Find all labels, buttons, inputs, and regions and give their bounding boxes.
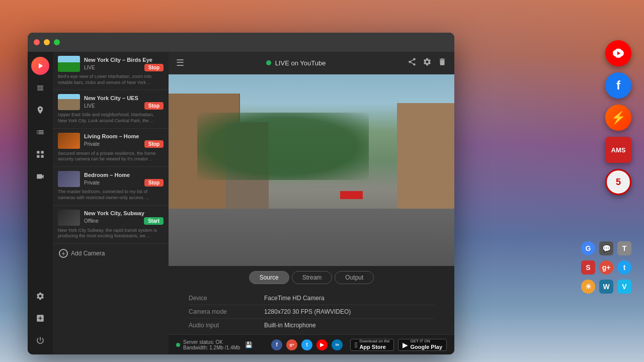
dock-icon-yellow[interactable]: ☀: [581, 280, 595, 294]
dock-icon-t[interactable]: T: [617, 241, 631, 255]
sidebar-icon-video[interactable]: [31, 167, 49, 186]
menu-icon[interactable]: ☰: [176, 57, 184, 68]
bandwidth-text: Bandwidth: 1.2Mb /1.4Mb: [183, 345, 240, 350]
camera-thumbnail: [58, 56, 80, 72]
camera-item-living-room[interactable]: Living Room – Home Private Stop Secured …: [53, 129, 169, 167]
dock-icon-red[interactable]: S: [581, 260, 595, 275]
dock-icon-v[interactable]: V: [617, 280, 631, 294]
sidebar-icon-grid[interactable]: [31, 145, 49, 163]
camera-stop-button[interactable]: Stop: [144, 179, 164, 187]
camera-thumbnail: [58, 133, 80, 149]
camera-start-button[interactable]: Start: [144, 217, 164, 225]
camera-status: Private: [84, 141, 100, 147]
camera-thumbnail: [58, 210, 80, 226]
sidebar-icon-home[interactable]: [31, 57, 49, 75]
camera-name: Living Room – Home: [84, 133, 164, 139]
camera-stop-button[interactable]: Stop: [144, 102, 164, 110]
sidebar-icon-settings[interactable]: [31, 287, 49, 305]
source-details: Device FaceTime HD Camera Camera mode 12…: [169, 287, 454, 334]
social-youtube-icon[interactable]: ▶: [316, 339, 328, 350]
app-window: New York City – Birds Eye LIVE Stop Bird…: [28, 33, 454, 354]
dock-icons: f ⚡ AMS 5: [605, 40, 631, 195]
facebook-dock-icon[interactable]: f: [605, 72, 631, 99]
maximize-button[interactable]: [54, 39, 60, 45]
google-play-icon: ▶: [403, 341, 408, 349]
camera-thumbnail: [58, 171, 80, 187]
dock-icon-gp[interactable]: g+: [599, 260, 613, 275]
detail-value-camera-mode: 644x362 30 FPS (RAWVIDEO): [264, 308, 351, 315]
dock-icon-g[interactable]: G: [581, 241, 595, 255]
camera-item-nyc-birds[interactable]: New York City – Birds Eye LIVE Stop Bird…: [53, 52, 169, 90]
video-preview: [169, 74, 454, 266]
tab-output[interactable]: Output: [335, 271, 374, 284]
sidebar-icon-location[interactable]: [31, 101, 49, 119]
add-camera-circle-icon: +: [59, 249, 68, 258]
disk-icon: 💾: [245, 341, 253, 348]
camera-item-subway[interactable]: New York City, Subway Offline Start New …: [53, 206, 169, 244]
footer: Server status: OK Bandwidth: 1.2Mb /1.4M…: [169, 334, 454, 354]
camera-status: Offline: [84, 218, 99, 224]
camera-item-nyc-ues[interactable]: New York City – UES LIVE Stop Upper East…: [53, 90, 169, 128]
youtube-dock-icon[interactable]: [605, 40, 631, 66]
detail-label-camera-mode: Camera mode: [189, 308, 264, 315]
camera-list-panel: New York City – Birds Eye LIVE Stop Bird…: [53, 52, 169, 354]
detail-value-audio: Built-in Microphone: [264, 322, 316, 329]
detail-label-audio: Audio input: [189, 322, 264, 329]
social-linkedin-icon[interactable]: in: [332, 339, 343, 350]
detail-label-device: Device: [189, 295, 264, 302]
social-twitter-icon[interactable]: t: [301, 339, 312, 350]
sidebar-icon-library[interactable]: [31, 79, 49, 97]
social-facebook-icon[interactable]: f: [271, 339, 282, 350]
title-bar: [28, 33, 454, 52]
camera-stop-button[interactable]: Stop: [144, 64, 164, 71]
google-play-label: Google Play: [410, 344, 442, 350]
sidebar-icon-power[interactable]: [31, 331, 49, 349]
tab-stream[interactable]: Stream: [292, 271, 333, 284]
camera-item-bedroom[interactable]: Bedroom – Home Private Stop The master b…: [53, 167, 169, 205]
dock-icons-bottom: G 💬 T S g+ t ☀ W V: [581, 241, 631, 294]
camera-status: LIVE: [84, 65, 95, 70]
detail-value-device: FaceTime HD Camera: [264, 295, 325, 302]
ams-dock-icon[interactable]: AMS: [605, 137, 631, 163]
add-camera-label: Add Camera: [71, 250, 105, 257]
bottom-panel: Source Stream Output Device FaceTime HD …: [169, 266, 454, 334]
server-status-text: Server status: OK: [183, 339, 240, 345]
server-status: Server status: OK Bandwidth: 1.2Mb /1.4M…: [176, 339, 271, 350]
camera-description: Upper East Side and neighborhood, Manhat…: [58, 112, 164, 124]
google-play-badge[interactable]: ▶ GET IT ON Google Play: [398, 339, 447, 351]
camera-description: New York City Subway, the rapid transit …: [58, 228, 164, 239]
camera-stop-button[interactable]: Stop: [144, 140, 164, 148]
dock-icon-chat[interactable]: 💬: [599, 241, 613, 255]
apple-icon: : [355, 341, 357, 349]
camera-description: Bird's-eye view of Lower Manhattan, zoom…: [58, 74, 164, 85]
social-googleplus-icon[interactable]: g+: [286, 339, 297, 350]
s5-dock-icon[interactable]: 5: [605, 169, 631, 195]
share-icon[interactable]: [408, 57, 417, 69]
settings-icon[interactable]: [423, 57, 432, 69]
sidebar-icons: [28, 52, 53, 354]
video-road: [169, 209, 454, 266]
close-button[interactable]: [34, 39, 40, 45]
camera-name: New York City – Birds Eye: [84, 57, 164, 63]
delete-icon[interactable]: [438, 57, 447, 69]
thunder-dock-icon[interactable]: ⚡: [605, 105, 631, 131]
dock-icon-wp[interactable]: W: [599, 280, 613, 294]
dock-icon-twitter[interactable]: t: [617, 260, 631, 275]
sidebar-icon-addon[interactable]: [31, 309, 49, 327]
camera-name: New York City, Subway: [84, 210, 164, 216]
footer-social-icons: f g+ t ▶ in: [271, 339, 343, 350]
detail-row-audio: Audio input Built-in Microphone: [189, 319, 434, 332]
tab-source[interactable]: Source: [249, 271, 289, 284]
detail-row-device: Device FaceTime HD Camera: [189, 292, 434, 305]
live-indicator-dot: [266, 60, 271, 65]
camera-name: Bedroom – Home: [84, 172, 164, 178]
video-tree-overlay: [197, 113, 369, 179]
top-bar: ☰ LIVE on YouTube: [169, 52, 454, 74]
app-store-badge[interactable]:  Download on the App Store: [350, 339, 394, 351]
camera-description: The master bedroom, connected to my list…: [58, 189, 164, 201]
live-status-text: LIVE on YouTube: [275, 59, 326, 67]
server-status-dot: [176, 343, 180, 347]
minimize-button[interactable]: [44, 39, 50, 45]
sidebar-icon-list[interactable]: [31, 123, 49, 141]
add-camera-button[interactable]: + Add Camera: [53, 244, 169, 263]
